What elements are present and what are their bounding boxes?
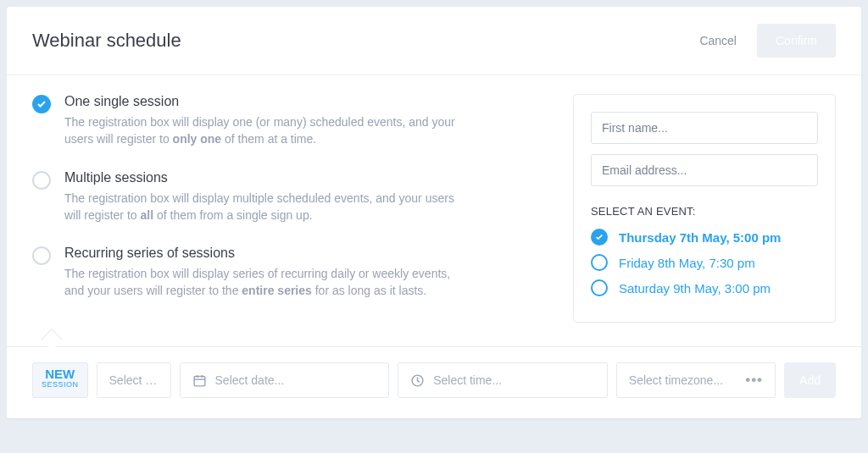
select-date-field[interactable]: Select date... bbox=[180, 362, 390, 398]
option-title: Recurring series of sessions bbox=[64, 246, 471, 261]
new-session-big: NEW bbox=[42, 367, 79, 381]
registration-preview: SELECT AN EVENT: Thursday 7th May, 5:00 … bbox=[573, 94, 836, 323]
ellipsis-icon: ••• bbox=[745, 372, 763, 389]
email-input[interactable] bbox=[591, 154, 818, 186]
event-label: Saturday 9th May, 3:00 pm bbox=[619, 281, 771, 296]
option-recurring-series[interactable]: Recurring series of sessions The registr… bbox=[32, 246, 548, 300]
option-multiple-sessions[interactable]: Multiple sessions The registration box w… bbox=[32, 170, 548, 224]
new-session-button[interactable]: NEW SESSION bbox=[32, 362, 88, 398]
check-icon bbox=[595, 233, 604, 241]
radio-checked-icon bbox=[591, 229, 608, 246]
add-button[interactable]: Add bbox=[784, 362, 836, 398]
select-time-field[interactable]: Select time... bbox=[398, 362, 608, 398]
event-label: Thursday 7th May, 5:00 pm bbox=[619, 230, 781, 245]
confirm-button[interactable]: Confirm bbox=[757, 24, 836, 58]
new-session-small: SESSION bbox=[42, 381, 79, 389]
clock-icon bbox=[410, 373, 425, 388]
radio-unchecked-icon bbox=[591, 279, 608, 296]
new-session-bar: NEW SESSION Select it... Select date... … bbox=[7, 346, 861, 418]
svg-rect-0 bbox=[194, 376, 205, 385]
event-option[interactable]: Thursday 7th May, 5:00 pm bbox=[591, 229, 818, 246]
placeholder-text: Select date... bbox=[215, 373, 285, 387]
option-desc: The registration box will display multip… bbox=[64, 190, 471, 224]
header-actions: Cancel Confirm bbox=[691, 24, 836, 58]
radio-unchecked-icon[interactable] bbox=[32, 246, 51, 265]
option-desc: The registration box will display series… bbox=[64, 265, 471, 300]
radio-unchecked-icon[interactable] bbox=[32, 171, 51, 190]
first-name-input[interactable] bbox=[591, 112, 818, 144]
select-event-label: SELECT AN EVENT: bbox=[591, 205, 818, 218]
placeholder-text: Select it... bbox=[109, 373, 159, 387]
schedule-options: One single session The registration box … bbox=[32, 94, 548, 323]
cancel-button[interactable]: Cancel bbox=[691, 25, 745, 56]
calendar-icon bbox=[192, 373, 207, 388]
option-desc: The registration box will display one (o… bbox=[64, 113, 471, 148]
event-label: Friday 8th May, 7:30 pm bbox=[619, 256, 755, 270]
select-item-dropdown[interactable]: Select it... bbox=[97, 362, 171, 398]
event-option[interactable]: Saturday 9th May, 3:00 pm bbox=[591, 279, 818, 296]
event-option[interactable]: Friday 8th May, 7:30 pm bbox=[591, 254, 818, 271]
option-title: One single session bbox=[64, 94, 471, 109]
option-title: Multiple sessions bbox=[64, 170, 471, 185]
check-icon bbox=[36, 99, 47, 109]
radio-unchecked-icon bbox=[591, 254, 608, 271]
radio-checked-icon[interactable] bbox=[32, 95, 51, 113]
select-timezone-field[interactable]: Select timezone... ••• bbox=[616, 362, 776, 398]
option-single-session[interactable]: One single session The registration box … bbox=[32, 94, 548, 148]
placeholder-text: Select time... bbox=[433, 373, 502, 387]
page-title: Webinar schedule bbox=[32, 30, 181, 52]
placeholder-text: Select timezone... bbox=[629, 373, 723, 387]
